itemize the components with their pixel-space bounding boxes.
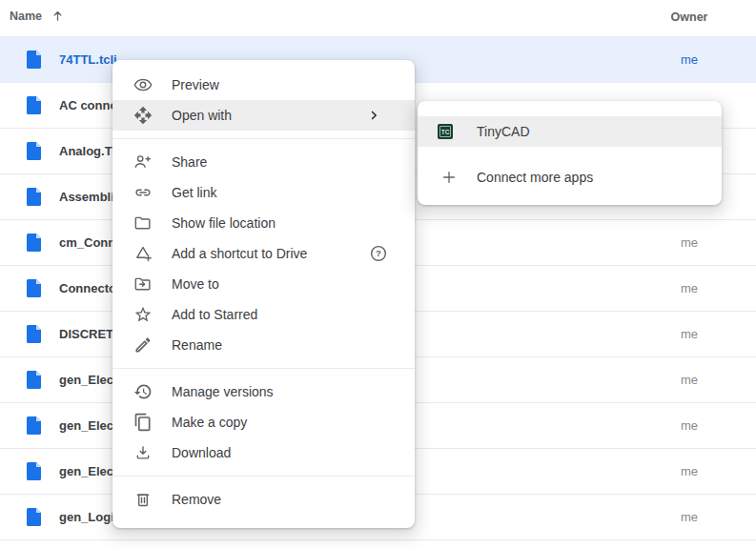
file-icon: [27, 279, 41, 297]
list-header: Name Owner: [0, 0, 756, 37]
owner-cell: me: [668, 464, 710, 478]
menu-item-label: Rename: [172, 337, 222, 353]
file-name: gen_Elect: [59, 464, 117, 478]
column-header-owner: Owner: [668, 10, 710, 24]
menu-item-label: Remove: [172, 492, 221, 507]
file-icon: [27, 416, 41, 435]
file-name: gen_Elect: [59, 373, 117, 387]
menu-item-label: Move to: [172, 276, 219, 292]
plus-icon: [440, 169, 458, 186]
person-add-icon: [132, 151, 154, 173]
menu-item-make-a-copy[interactable]: Make a copy: [112, 407, 415, 437]
eye-icon: [132, 73, 154, 96]
owner-cell: me: [668, 373, 710, 387]
menu-item-rename[interactable]: Rename: [112, 330, 415, 360]
owner-cell: me: [668, 52, 710, 67]
copy-icon: [132, 411, 154, 434]
menu-item-label: Download: [172, 445, 231, 460]
sort-ascending-arrow-icon: [51, 9, 65, 23]
menu-item-label: Open with: [172, 108, 232, 123]
menu-item-label: Show file location: [172, 215, 276, 231]
open-with-icon: [132, 104, 154, 127]
file-icon: [27, 462, 41, 480]
menu-item-add-shortcut-to-drive[interactable]: Add a shortcut to Drive ?: [112, 238, 415, 269]
menu-item-label: Add to Starred: [172, 307, 257, 322]
submenu-item-label: Connect more apps: [477, 170, 593, 185]
menu-item-label: Preview: [172, 77, 219, 92]
folder-move-icon: [132, 273, 154, 295]
owner-cell: me: [668, 510, 710, 524]
trash-icon: [132, 488, 154, 511]
file-icon: [27, 188, 41, 206]
menu-divider: [112, 476, 415, 477]
history-icon: [132, 380, 154, 403]
star-icon: [132, 303, 154, 326]
menu-divider: [112, 138, 415, 139]
menu-item-remove[interactable]: Remove: [112, 484, 415, 515]
help-icon[interactable]: ?: [369, 244, 388, 263]
menu-divider: [112, 368, 415, 369]
menu-item-label: Get link: [172, 185, 216, 200]
download-icon: [132, 441, 154, 464]
menu-item-label: Share: [172, 154, 207, 170]
svg-text:?: ?: [376, 248, 381, 258]
menu-item-get-link[interactable]: Get link: [112, 177, 415, 208]
owner-cell: me: [668, 327, 710, 341]
pencil-icon: [132, 334, 154, 356]
context-menu: Preview Open with Share Get link: [112, 60, 415, 528]
owner-cell: me: [668, 281, 710, 295]
link-icon: [132, 181, 154, 204]
submenu-spacer: [418, 147, 722, 162]
drive-add-shortcut-icon: [132, 242, 154, 265]
menu-item-share[interactable]: Share: [112, 147, 415, 177]
file-icon: [27, 51, 41, 69]
folder-icon: [132, 212, 154, 234]
menu-item-label: Add a shortcut to Drive: [172, 246, 307, 261]
tinycad-app-icon: TC: [438, 124, 453, 139]
column-header-name[interactable]: Name: [10, 9, 65, 23]
menu-item-move-to[interactable]: Move to: [112, 269, 415, 299]
name-column-label: Name: [10, 10, 42, 23]
chevron-right-icon: [366, 108, 381, 123]
owner-cell: me: [668, 418, 710, 433]
menu-item-download[interactable]: Download: [112, 437, 415, 468]
file-icon: [27, 96, 41, 114]
submenu-item-connect-more-apps[interactable]: Connect more apps: [418, 162, 722, 193]
file-icon: [27, 325, 41, 343]
open-with-submenu: TC TinyCAD Connect more apps: [418, 101, 722, 205]
menu-item-preview[interactable]: Preview: [112, 70, 415, 100]
menu-item-add-to-starred[interactable]: Add to Starred: [112, 299, 415, 330]
menu-item-manage-versions[interactable]: Manage versions: [112, 376, 415, 407]
menu-item-label: Make a copy: [172, 415, 247, 430]
file-name: gen_Elect: [59, 418, 117, 433]
submenu-item-label: TinyCAD: [477, 124, 530, 139]
file-icon: [27, 508, 41, 526]
file-icon: [27, 371, 41, 389]
submenu-item-tinycad[interactable]: TC TinyCAD: [418, 116, 722, 147]
drive-file-list-view: Name Owner 74TTL.tcli me AC connec Analo…: [0, 0, 756, 548]
menu-item-show-file-location[interactable]: Show file location: [112, 208, 415, 238]
file-icon: [27, 233, 41, 252]
menu-item-label: Manage versions: [172, 384, 274, 399]
file-icon: [27, 142, 41, 160]
file-name: 74TTL.tcli: [59, 52, 117, 67]
menu-item-open-with[interactable]: Open with: [112, 100, 415, 131]
owner-cell: me: [668, 235, 710, 250]
